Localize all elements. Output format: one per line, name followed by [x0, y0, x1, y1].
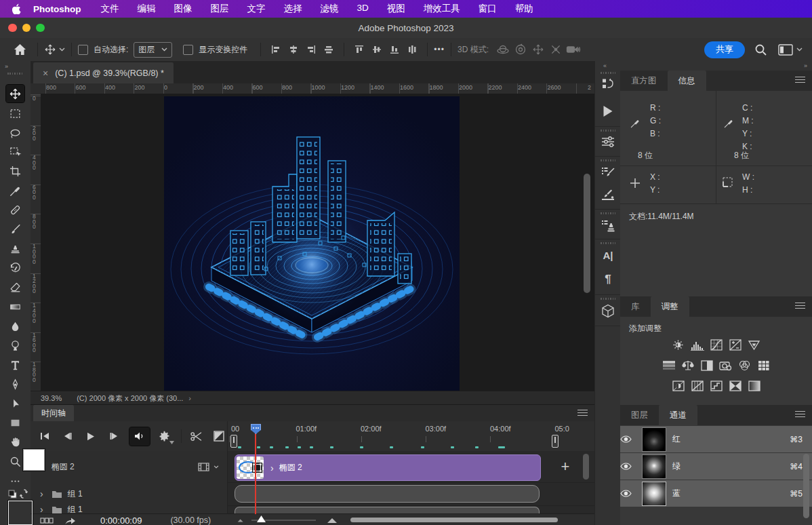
menu-item[interactable]: 视图	[387, 3, 405, 15]
brush-tool[interactable]	[6, 220, 24, 238]
auto-select-checkbox[interactable]	[78, 45, 88, 55]
black-white-icon[interactable]	[699, 359, 715, 372]
panel-menu-icon[interactable]	[795, 77, 805, 84]
brushes-panel-icon[interactable]	[600, 187, 616, 203]
visibility-eye-icon[interactable]	[620, 490, 642, 497]
menu-item[interactable]: 窗口	[479, 3, 497, 15]
timeline-tab[interactable]: 时间轴	[33, 405, 74, 421]
crosshair-icon[interactable]	[630, 178, 641, 189]
3d-roll-icon[interactable]	[512, 41, 529, 58]
next-frame-button[interactable]	[105, 428, 123, 444]
blur-tool[interactable]	[6, 317, 24, 335]
work-area-end-handle[interactable]	[552, 435, 559, 448]
apple-icon[interactable]	[12, 3, 21, 14]
clone-source-panel-icon[interactable]	[600, 217, 616, 233]
clip-group1[interactable]	[235, 485, 540, 503]
3d-slide-icon[interactable]	[547, 41, 565, 58]
horizontal-ruler[interactable]: 8006004002000200400600800100012001400160…	[41, 83, 594, 94]
distribute-vertical-icon[interactable]	[403, 41, 421, 58]
canvas[interactable]	[41, 94, 594, 391]
go-first-frame-button[interactable]	[36, 428, 54, 444]
minimize-window-button[interactable]	[22, 24, 31, 33]
timeline-ruler[interactable]: 0001:00f02:00f03:00f04:00f05:0	[227, 421, 595, 452]
tab-histogram[interactable]: 直方图	[620, 71, 668, 91]
crop-tool[interactable]	[6, 162, 24, 180]
eyedropper-cmyk-icon[interactable]	[723, 118, 734, 129]
vibrance-icon[interactable]	[746, 338, 763, 351]
close-tab-icon[interactable]: ×	[43, 68, 48, 79]
hue-saturation-icon[interactable]	[661, 359, 677, 372]
channels-scrollbar[interactable]	[803, 454, 809, 518]
tab-info[interactable]: 信息	[668, 71, 706, 91]
menu-item[interactable]: 增效工具	[424, 3, 460, 15]
menu-item[interactable]: 编辑	[138, 3, 156, 15]
visibility-eye-icon[interactable]	[620, 435, 642, 443]
zoom-in-timeline-icon[interactable]	[327, 518, 338, 524]
align-top-icon[interactable]	[350, 41, 368, 58]
artwork-chip-city[interactable]	[164, 96, 460, 391]
close-window-button[interactable]	[8, 24, 17, 33]
3d-panel-icon[interactable]	[600, 303, 616, 319]
collapse-panels-icon[interactable]: »	[804, 62, 808, 69]
path-selection-tool[interactable]	[6, 395, 24, 412]
threshold-icon[interactable]	[708, 379, 725, 392]
collapse-tools-icon[interactable]: »	[5, 63, 9, 70]
pen-tool[interactable]	[6, 375, 24, 393]
align-bottom-icon[interactable]	[386, 41, 403, 58]
panel-menu-icon[interactable]	[795, 303, 805, 310]
actions-panel-icon[interactable]	[600, 103, 616, 119]
tab-adjustments[interactable]: 调整	[651, 296, 689, 317]
character-panel-icon[interactable]: A|	[600, 247, 616, 263]
exposure-icon[interactable]	[727, 338, 744, 351]
vertical-ruler[interactable]: 020040060080010001200140016001800	[31, 94, 41, 391]
properties-panel-icon[interactable]	[600, 134, 616, 150]
eyedropper-rgb-icon[interactable]	[630, 118, 641, 129]
levels-icon[interactable]	[689, 338, 706, 351]
3d-orbit-icon[interactable]	[494, 41, 512, 58]
channel-thumbnail[interactable]	[642, 454, 666, 479]
app-name[interactable]: Photoshop	[33, 4, 81, 14]
channel-thumbnail[interactable]	[642, 427, 666, 452]
menu-item[interactable]: 帮助	[515, 3, 533, 15]
eraser-tool[interactable]	[6, 278, 24, 296]
clip-ellipse2[interactable]: › 椭圆 2	[235, 454, 541, 481]
history-brush-tool[interactable]	[6, 259, 24, 277]
track-row-ellipse2[interactable]: › 椭圆 2	[31, 451, 227, 483]
color-balance-icon[interactable]	[680, 359, 696, 372]
status-chevron-icon[interactable]: ›	[188, 394, 191, 402]
more-options-icon[interactable]: •••	[434, 45, 445, 54]
hand-tool[interactable]	[6, 433, 24, 450]
background-color-swatch[interactable]	[23, 449, 45, 471]
auto-select-dropdown[interactable]: 图层	[134, 42, 172, 58]
channel-row-green[interactable]: 绿 ⌘4	[620, 453, 812, 480]
workspace-icon[interactable]	[778, 44, 793, 56]
play-button[interactable]	[82, 428, 100, 444]
panel-menu-icon[interactable]	[795, 411, 805, 419]
align-center-horizontal-icon[interactable]	[285, 41, 302, 58]
timeline-settings-icon[interactable]	[155, 428, 173, 444]
type-tool[interactable]	[6, 356, 24, 374]
object-selection-tool[interactable]	[6, 143, 24, 161]
expand-clip-icon[interactable]: ›	[270, 463, 274, 473]
channel-row-red[interactable]: 红 ⌘3	[620, 426, 812, 452]
chevron-down-icon[interactable]	[796, 47, 803, 52]
tab-libraries[interactable]: 库	[620, 296, 651, 317]
expand-track-icon[interactable]: ›	[40, 489, 43, 499]
photo-filter-icon[interactable]	[718, 359, 734, 372]
marquee-tool[interactable]	[6, 104, 24, 122]
menu-item[interactable]: 图层	[211, 3, 229, 15]
document-info[interactable]: (C) 2000 像素 x 2000 像素 (30...	[77, 393, 183, 404]
zoom-out-timeline-icon[interactable]	[237, 518, 245, 523]
rectangle-tool[interactable]	[6, 414, 24, 431]
align-right-icon[interactable]	[302, 41, 320, 58]
vertical-scrollbar[interactable]	[584, 174, 590, 293]
menu-item[interactable]: 文件	[101, 3, 119, 15]
curves-icon[interactable]	[708, 338, 725, 351]
menu-item[interactable]: 图像	[174, 3, 192, 15]
move-tool-options-icon[interactable]	[44, 43, 56, 56]
move-tool[interactable]	[6, 85, 24, 102]
more-tools-icon[interactable]	[6, 472, 24, 490]
channel-row-blue[interactable]: 蓝 ⌘5	[620, 480, 812, 507]
spot-healing-tool[interactable]	[6, 201, 24, 218]
timeline-vertical-scrollbar[interactable]	[583, 454, 589, 480]
